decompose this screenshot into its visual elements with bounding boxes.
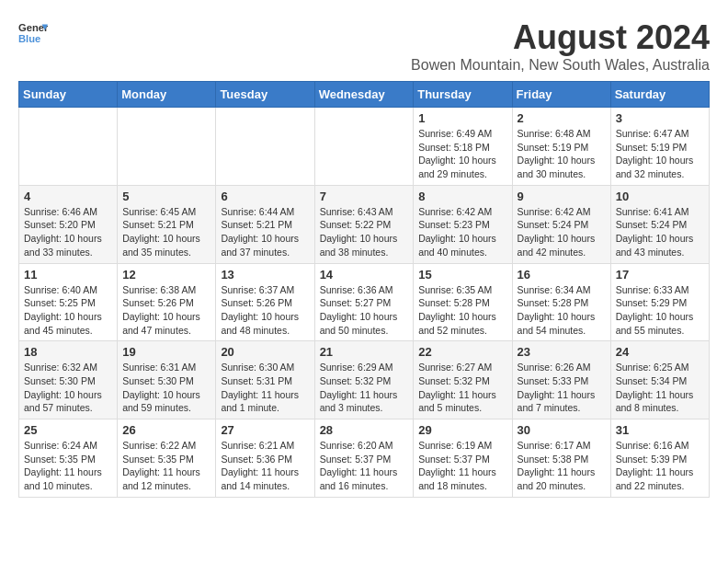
day-number: 27 — [221, 423, 309, 437]
calendar-cell: 9Sunrise: 6:42 AM Sunset: 5:24 PM Daylig… — [512, 185, 610, 263]
day-info: Sunrise: 6:22 AM Sunset: 5:35 PM Dayligh… — [122, 439, 210, 493]
calendar-cell: 17Sunrise: 6:33 AM Sunset: 5:29 PM Dayli… — [610, 263, 709, 341]
calendar-cell: 26Sunrise: 6:22 AM Sunset: 5:35 PM Dayli… — [118, 419, 216, 498]
svg-text:Blue: Blue — [18, 33, 40, 44]
calendar-cell: 4Sunrise: 6:46 AM Sunset: 5:20 PM Daylig… — [19, 185, 118, 263]
day-number: 1 — [418, 111, 506, 125]
day-number: 6 — [221, 190, 309, 203]
calendar-cell: 30Sunrise: 6:17 AM Sunset: 5:38 PM Dayli… — [512, 419, 610, 498]
calendar-cell: 16Sunrise: 6:34 AM Sunset: 5:28 PM Dayli… — [512, 263, 610, 341]
day-number: 28 — [320, 423, 409, 437]
calendar-cell: 18Sunrise: 6:32 AM Sunset: 5:30 PM Dayli… — [19, 341, 118, 419]
day-header-friday: Friday — [512, 82, 610, 108]
day-number: 2 — [518, 111, 606, 125]
main-title: August 2024 — [411, 18, 710, 57]
day-info: Sunrise: 6:25 AM Sunset: 5:34 PM Dayligh… — [616, 361, 704, 415]
day-info: Sunrise: 6:19 AM Sunset: 5:37 PM Dayligh… — [418, 439, 506, 493]
calendar-cell: 13Sunrise: 6:37 AM Sunset: 5:26 PM Dayli… — [216, 263, 314, 341]
day-number: 9 — [518, 190, 606, 203]
calendar-cell: 12Sunrise: 6:38 AM Sunset: 5:26 PM Dayli… — [118, 263, 216, 341]
calendar-cell — [118, 108, 216, 186]
day-number: 19 — [122, 345, 210, 359]
day-info: Sunrise: 6:24 AM Sunset: 5:35 PM Dayligh… — [24, 439, 112, 493]
calendar-cell: 15Sunrise: 6:35 AM Sunset: 5:28 PM Dayli… — [414, 263, 512, 341]
day-header-saturday: Saturday — [610, 82, 709, 108]
day-info: Sunrise: 6:44 AM Sunset: 5:21 PM Dayligh… — [221, 205, 309, 259]
title-block: August 2024 Bowen Mountain, New South Wa… — [411, 18, 710, 74]
calendar-cell: 1Sunrise: 6:49 AM Sunset: 5:18 PM Daylig… — [414, 108, 512, 186]
day-number: 17 — [616, 268, 704, 282]
day-number: 3 — [616, 111, 704, 125]
day-number: 20 — [221, 345, 309, 359]
calendar-cell: 25Sunrise: 6:24 AM Sunset: 5:35 PM Dayli… — [19, 419, 118, 498]
day-info: Sunrise: 6:33 AM Sunset: 5:29 PM Dayligh… — [616, 283, 704, 338]
calendar-cell: 3Sunrise: 6:47 AM Sunset: 5:19 PM Daylig… — [610, 108, 709, 186]
calendar-cell: 27Sunrise: 6:21 AM Sunset: 5:36 PM Dayli… — [216, 419, 314, 498]
calendar-cell: 2Sunrise: 6:48 AM Sunset: 5:19 PM Daylig… — [512, 108, 610, 186]
day-number: 12 — [122, 268, 210, 282]
day-info: Sunrise: 6:41 AM Sunset: 5:24 PM Dayligh… — [616, 205, 704, 259]
day-info: Sunrise: 6:32 AM Sunset: 5:30 PM Dayligh… — [24, 361, 112, 415]
day-header-thursday: Thursday — [414, 82, 512, 108]
day-number: 22 — [418, 345, 506, 359]
day-number: 26 — [122, 423, 210, 437]
calendar-cell: 31Sunrise: 6:16 AM Sunset: 5:39 PM Dayli… — [610, 419, 709, 498]
day-info: Sunrise: 6:43 AM Sunset: 5:22 PM Dayligh… — [320, 205, 409, 259]
calendar-cell: 7Sunrise: 6:43 AM Sunset: 5:22 PM Daylig… — [314, 185, 414, 263]
day-info: Sunrise: 6:26 AM Sunset: 5:33 PM Dayligh… — [518, 361, 606, 415]
logo-icon: General Blue — [18, 18, 48, 48]
day-number: 21 — [320, 345, 409, 359]
calendar-table: SundayMondayTuesdayWednesdayThursdayFrid… — [18, 81, 710, 498]
day-number: 18 — [24, 345, 112, 359]
day-number: 14 — [320, 268, 409, 282]
calendar-cell: 5Sunrise: 6:45 AM Sunset: 5:21 PM Daylig… — [118, 185, 216, 263]
day-info: Sunrise: 6:49 AM Sunset: 5:18 PM Dayligh… — [418, 127, 506, 181]
calendar-cell: 28Sunrise: 6:20 AM Sunset: 5:37 PM Dayli… — [314, 419, 414, 498]
day-number: 4 — [24, 190, 112, 203]
week-row-2: 4Sunrise: 6:46 AM Sunset: 5:20 PM Daylig… — [19, 185, 710, 263]
week-row-3: 11Sunrise: 6:40 AM Sunset: 5:25 PM Dayli… — [19, 263, 710, 341]
calendar-cell: 8Sunrise: 6:42 AM Sunset: 5:23 PM Daylig… — [414, 185, 512, 263]
calendar-cell: 10Sunrise: 6:41 AM Sunset: 5:24 PM Dayli… — [610, 185, 709, 263]
calendar-cell: 22Sunrise: 6:27 AM Sunset: 5:32 PM Dayli… — [414, 341, 512, 419]
day-info: Sunrise: 6:29 AM Sunset: 5:32 PM Dayligh… — [320, 361, 409, 415]
subtitle: Bowen Mountain, New South Wales, Austral… — [411, 57, 710, 74]
calendar-cell: 19Sunrise: 6:31 AM Sunset: 5:30 PM Dayli… — [118, 341, 216, 419]
svg-text:General: General — [18, 22, 48, 33]
day-info: Sunrise: 6:36 AM Sunset: 5:27 PM Dayligh… — [320, 283, 409, 338]
day-info: Sunrise: 6:16 AM Sunset: 5:39 PM Dayligh… — [616, 439, 704, 493]
page-header: General Blue August 2024 Bowen Mountain,… — [18, 18, 710, 74]
day-info: Sunrise: 6:45 AM Sunset: 5:21 PM Dayligh… — [122, 205, 210, 259]
calendar-cell: 21Sunrise: 6:29 AM Sunset: 5:32 PM Dayli… — [314, 341, 414, 419]
calendar-cell — [314, 108, 414, 186]
days-header-row: SundayMondayTuesdayWednesdayThursdayFrid… — [19, 82, 710, 108]
day-info: Sunrise: 6:34 AM Sunset: 5:28 PM Dayligh… — [518, 283, 606, 338]
day-number: 24 — [616, 345, 704, 359]
day-info: Sunrise: 6:35 AM Sunset: 5:28 PM Dayligh… — [418, 283, 506, 338]
calendar-cell: 29Sunrise: 6:19 AM Sunset: 5:37 PM Dayli… — [414, 419, 512, 498]
day-info: Sunrise: 6:46 AM Sunset: 5:20 PM Dayligh… — [24, 205, 112, 259]
calendar-cell: 23Sunrise: 6:26 AM Sunset: 5:33 PM Dayli… — [512, 341, 610, 419]
day-info: Sunrise: 6:47 AM Sunset: 5:19 PM Dayligh… — [616, 127, 704, 181]
day-number: 10 — [616, 190, 704, 203]
calendar-cell: 24Sunrise: 6:25 AM Sunset: 5:34 PM Dayli… — [610, 341, 709, 419]
day-info: Sunrise: 6:37 AM Sunset: 5:26 PM Dayligh… — [221, 283, 309, 338]
day-info: Sunrise: 6:27 AM Sunset: 5:32 PM Dayligh… — [418, 361, 506, 415]
calendar-cell: 6Sunrise: 6:44 AM Sunset: 5:21 PM Daylig… — [216, 185, 314, 263]
calendar-cell: 11Sunrise: 6:40 AM Sunset: 5:25 PM Dayli… — [19, 263, 118, 341]
day-number: 7 — [320, 190, 409, 203]
logo: General Blue — [18, 18, 48, 48]
day-number: 23 — [518, 345, 606, 359]
day-info: Sunrise: 6:20 AM Sunset: 5:37 PM Dayligh… — [320, 439, 409, 493]
day-number: 11 — [24, 268, 112, 282]
day-info: Sunrise: 6:21 AM Sunset: 5:36 PM Dayligh… — [221, 439, 309, 493]
calendar-cell: 20Sunrise: 6:30 AM Sunset: 5:31 PM Dayli… — [216, 341, 314, 419]
day-header-monday: Monday — [118, 82, 216, 108]
day-info: Sunrise: 6:38 AM Sunset: 5:26 PM Dayligh… — [122, 283, 210, 338]
day-info: Sunrise: 6:48 AM Sunset: 5:19 PM Dayligh… — [518, 127, 606, 181]
day-number: 15 — [418, 268, 506, 282]
day-header-sunday: Sunday — [19, 82, 118, 108]
day-number: 25 — [24, 423, 112, 437]
week-row-5: 25Sunrise: 6:24 AM Sunset: 5:35 PM Dayli… — [19, 419, 710, 498]
calendar-cell — [19, 108, 118, 186]
